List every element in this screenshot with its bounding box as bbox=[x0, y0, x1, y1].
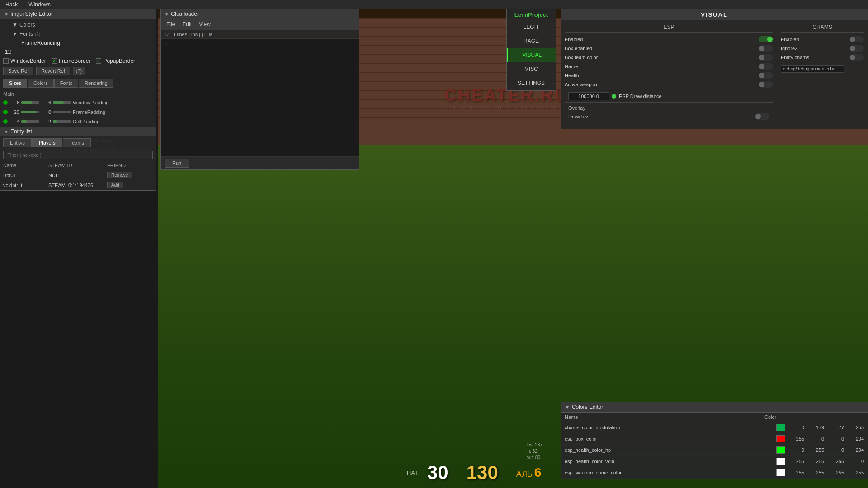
glua-editor[interactable]: 1 bbox=[161, 39, 359, 156]
save-ref-button[interactable]: Save Ref bbox=[3, 67, 33, 75]
fp-slider1[interactable] bbox=[21, 111, 39, 113]
glua-file[interactable]: File bbox=[165, 20, 177, 28]
lemi-btn-rage[interactable]: RAGE bbox=[507, 34, 556, 48]
fonts-help[interactable]: (?) bbox=[35, 32, 40, 37]
shader-input[interactable] bbox=[781, 65, 844, 73]
color-swatch-4[interactable] bbox=[776, 469, 785, 476]
chams-title: CHAMS bbox=[781, 24, 864, 33]
color-swatch-2[interactable] bbox=[776, 446, 785, 454]
window-border-cb[interactable]: ✓ WindowBorder bbox=[3, 58, 46, 64]
entity-steam-0: NULL bbox=[48, 173, 107, 178]
help-button[interactable]: (?) bbox=[73, 67, 85, 75]
cell-padding-row: 4 2 CellPadding bbox=[3, 117, 153, 126]
window-border-check: ✓ bbox=[3, 58, 9, 64]
entity-row-0: Bot01 NULL Remove bbox=[0, 170, 156, 180]
style-editor-titlebar: ▼ Imgui Style Editor bbox=[0, 9, 156, 19]
color-swatch-3[interactable] bbox=[776, 458, 785, 465]
main-section: Main bbox=[3, 91, 153, 97]
window-border-label: WindowBorder bbox=[10, 58, 46, 64]
cp-slider2[interactable] bbox=[53, 120, 71, 123]
color-row-2: esp_health_color_hp 0 255 0 204 bbox=[561, 445, 868, 456]
frame-border-cb[interactable]: ✓ FrameBorder bbox=[52, 58, 91, 64]
b-0: 77 bbox=[828, 425, 844, 430]
a-2: 204 bbox=[848, 447, 864, 453]
cp-slider1[interactable] bbox=[21, 120, 39, 123]
g-2: 255 bbox=[808, 447, 824, 453]
tab-entitys[interactable]: Entitys bbox=[3, 138, 32, 147]
tab-colors[interactable]: Colors bbox=[28, 79, 54, 88]
color-vals-2: 0 255 0 204 bbox=[788, 447, 864, 453]
tab-sizes[interactable]: Sizes bbox=[3, 79, 27, 88]
tab-fonts[interactable]: Fonts bbox=[54, 79, 79, 88]
colors-item[interactable]: ▼ Colors bbox=[12, 22, 35, 28]
cp-val1: 4 bbox=[9, 119, 19, 124]
remove-button-0[interactable]: Remove bbox=[107, 172, 132, 178]
filter-input[interactable] bbox=[3, 151, 153, 159]
ignore-z-toggle[interactable] bbox=[849, 45, 864, 52]
name-label: Name bbox=[565, 64, 578, 69]
revert-ref-button[interactable]: Revert Ref bbox=[36, 67, 70, 75]
entity-list-collapse-icon[interactable]: ▼ bbox=[4, 129, 9, 134]
lemi-btn-visual[interactable]: VISUAL bbox=[507, 48, 556, 62]
dot3 bbox=[3, 119, 8, 124]
overlay-title: Overlay bbox=[568, 105, 769, 111]
menu-windows[interactable]: Windows bbox=[27, 0, 52, 9]
chams-enabled-toggle[interactable] bbox=[849, 36, 864, 42]
hud-alt: АЛЬ 6 bbox=[516, 465, 542, 480]
draw-fov-toggle[interactable] bbox=[755, 113, 769, 120]
glua-loader-titlebar: ▼ Glua loader bbox=[161, 9, 359, 19]
r-3: 255 bbox=[788, 459, 804, 464]
tab-teams[interactable]: Teams bbox=[63, 138, 91, 147]
entity-chams-toggle[interactable] bbox=[849, 54, 864, 61]
fp-slider2[interactable] bbox=[53, 111, 71, 113]
wp-slider1[interactable] bbox=[21, 101, 39, 104]
color-swatch-1[interactable] bbox=[776, 435, 785, 442]
g-3: 255 bbox=[808, 459, 824, 464]
glua-edit[interactable]: Edit bbox=[180, 20, 193, 28]
color-swatch-0[interactable] bbox=[776, 424, 785, 431]
tab-players[interactable]: Players bbox=[32, 138, 62, 147]
glua-collapse-icon[interactable]: ▼ bbox=[165, 12, 169, 17]
b-1: 0 bbox=[828, 436, 844, 441]
style-editor-collapse-icon[interactable]: ▼ bbox=[4, 12, 9, 17]
entity-name-0: Bot01 bbox=[3, 173, 48, 178]
draw-fov-label: Draw fov bbox=[568, 114, 588, 119]
lemi-btn-misc[interactable]: MISC bbox=[507, 62, 556, 76]
colors-editor-collapse-icon[interactable]: ▼ bbox=[565, 404, 570, 410]
chams-enabled-label: Enabled bbox=[781, 37, 799, 42]
esp-section: ESP Enabled Box enabled Box team color N… bbox=[561, 20, 777, 129]
box-team-color-toggle[interactable] bbox=[759, 54, 773, 61]
col-name-header: Name bbox=[3, 163, 48, 168]
b-3: 255 bbox=[828, 459, 844, 464]
esp-distance-label: ESP Draw distance bbox=[619, 94, 662, 99]
name-toggle[interactable] bbox=[759, 63, 773, 70]
health-toggle[interactable] bbox=[759, 72, 773, 79]
visual-titlebar: VISUAL bbox=[561, 9, 868, 20]
popup-border-cb[interactable]: ✓ PopupBorder bbox=[96, 58, 135, 64]
active-weapon-toggle[interactable] bbox=[759, 81, 773, 88]
hud-ammo-value: 130 bbox=[467, 462, 498, 483]
box-enabled-label: Box enabled bbox=[565, 46, 592, 51]
colors-col-color: Color bbox=[764, 414, 864, 420]
lemi-project-title: LemiProject bbox=[507, 9, 556, 20]
shader-row bbox=[781, 63, 864, 73]
add-button-1[interactable]: Add bbox=[107, 182, 123, 188]
run-button[interactable]: Run bbox=[165, 159, 189, 168]
lemi-btn-settings[interactable]: SETTINGS bbox=[507, 76, 556, 90]
menu-hack[interactable]: Hack bbox=[4, 0, 19, 9]
box-enabled-toggle[interactable] bbox=[759, 45, 773, 52]
glua-view[interactable]: View bbox=[197, 20, 212, 28]
esp-distance-input[interactable] bbox=[568, 92, 609, 100]
wp-slider2[interactable] bbox=[53, 101, 71, 104]
health-label: Health bbox=[565, 73, 579, 78]
cell-padding-label: CellPadding bbox=[73, 119, 153, 124]
ignore-z-label: IgnoreZ bbox=[781, 46, 798, 51]
esp-enabled-toggle[interactable] bbox=[759, 36, 773, 42]
wp-val2: 6 bbox=[41, 100, 51, 105]
col-steam-header: STEAM-ID bbox=[48, 163, 107, 168]
lemi-btn-legit[interactable]: LEGIT bbox=[507, 20, 556, 34]
tab-rendering[interactable]: Rendering bbox=[79, 79, 113, 88]
box-team-color-label: Box team color bbox=[565, 55, 598, 60]
fonts-item[interactable]: ▼ Fonts (?) bbox=[12, 31, 40, 37]
color-name-4: esp_weapon_name_color bbox=[565, 470, 776, 475]
